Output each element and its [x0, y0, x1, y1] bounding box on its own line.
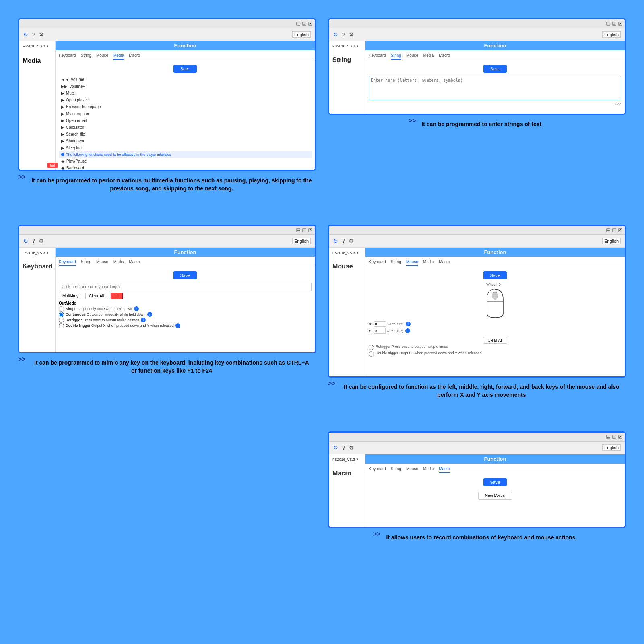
desc-macro: It allows users to record combinations o…: [382, 534, 581, 542]
tab-mouse-media[interactable]: Mouse: [96, 52, 108, 60]
tab-keyboard-media[interactable]: Keyboard: [59, 52, 76, 60]
help-icon-string[interactable]: ?: [342, 31, 345, 37]
maximize-btn-keyboard[interactable]: □: [302, 228, 306, 232]
tab-macro-mouse[interactable]: Macro: [439, 258, 450, 266]
refresh-icon-keyboard[interactable]: ↻: [23, 238, 28, 244]
tab-macro-string[interactable]: Macro: [439, 52, 450, 60]
minimize-btn-media[interactable]: —: [296, 22, 300, 26]
media-item-calculator[interactable]: ▶ Calculator: [59, 124, 312, 131]
tab-media-mouse[interactable]: Media: [423, 258, 434, 266]
close-btn-keyboard[interactable]: ✕: [308, 228, 312, 232]
keyboard-input[interactable]: [59, 283, 312, 291]
media-item-play-pause[interactable]: ◉ Play/Pause: [59, 158, 312, 165]
media-item-backward[interactable]: ◉ Backward: [59, 165, 312, 170]
tab-string-keyboard[interactable]: String: [81, 258, 91, 266]
close-btn-string[interactable]: ✕: [618, 22, 622, 26]
lang-select-macro[interactable]: English: [602, 444, 621, 451]
media-item-open-player[interactable]: ▶ Open player: [59, 97, 312, 103]
radio-retrigger-mouse[interactable]: [369, 345, 374, 350]
radio-double-trigger[interactable]: [59, 323, 64, 328]
media-item-shutdown[interactable]: ▶ Shutdown: [59, 138, 312, 144]
settings-icon-macro[interactable]: ⚙: [349, 445, 354, 451]
minimize-btn-mouse[interactable]: —: [606, 228, 610, 232]
tab-string-mouse[interactable]: String: [391, 258, 401, 266]
media-item-search-file[interactable]: ▶ Search file: [59, 131, 312, 138]
clear-all-button-keyboard[interactable]: Clear All: [85, 293, 107, 299]
settings-icon-string[interactable]: ⚙: [349, 31, 354, 37]
close-btn-media[interactable]: ✕: [308, 22, 312, 26]
media-item-mute[interactable]: ▶ Mute: [59, 90, 312, 97]
maximize-btn-media[interactable]: □: [302, 22, 306, 26]
settings-icon-media[interactable]: ⚙: [39, 31, 44, 37]
tab-mouse-mouse[interactable]: Mouse: [406, 258, 418, 266]
tab-media-string[interactable]: Media: [423, 52, 434, 60]
media-item-vol-up[interactable]: ▶▶ Volume+: [59, 83, 312, 90]
tab-media-macro[interactable]: Media: [423, 465, 434, 473]
multi-key-button[interactable]: Multi-key: [59, 293, 82, 299]
maximize-btn-string[interactable]: □: [612, 22, 616, 26]
save-button-mouse[interactable]: Save: [483, 271, 506, 279]
radio-double-trigger-mouse[interactable]: [369, 351, 374, 357]
media-item-vol-down[interactable]: ◄◄ Volume-: [59, 76, 312, 83]
settings-icon-mouse[interactable]: ⚙: [349, 238, 354, 244]
red-button-keyboard[interactable]: 🔴: [111, 293, 123, 299]
close-btn-macro[interactable]: ✕: [618, 435, 622, 439]
refresh-icon-mouse[interactable]: ↻: [333, 238, 338, 244]
device-chevron-macro[interactable]: ▼: [356, 458, 359, 461]
refresh-icon-string[interactable]: ↻: [333, 31, 338, 38]
save-button-macro[interactable]: Save: [483, 478, 506, 486]
device-chevron-keyboard[interactable]: ▼: [46, 251, 49, 255]
radio-single[interactable]: [59, 306, 64, 312]
tab-media-keyboard[interactable]: Media: [113, 258, 124, 266]
clear-all-button-mouse[interactable]: Clear All: [483, 337, 507, 344]
tab-macro-media[interactable]: Macro: [129, 52, 140, 60]
save-button-string[interactable]: Save: [483, 65, 506, 73]
minimize-btn-keyboard[interactable]: —: [296, 228, 300, 232]
tab-keyboard-macro[interactable]: Keyboard: [369, 465, 386, 473]
tab-mouse-macro[interactable]: Mouse: [406, 465, 418, 473]
tab-macro-keyboard[interactable]: Macro: [129, 258, 140, 266]
refresh-icon-macro[interactable]: ↻: [333, 444, 338, 451]
y-input[interactable]: [374, 328, 386, 334]
device-chevron-string[interactable]: ▼: [356, 45, 359, 48]
lang-select-string[interactable]: English: [602, 31, 621, 38]
lang-select-media[interactable]: English: [292, 31, 311, 38]
minimize-btn-macro[interactable]: —: [606, 435, 610, 439]
tab-keyboard-string[interactable]: Keyboard: [369, 52, 386, 60]
help-icon-mouse[interactable]: ?: [342, 238, 345, 244]
radio-retrigger[interactable]: [59, 318, 64, 323]
tab-string-string[interactable]: String: [391, 52, 401, 60]
panel-macro: — □ ✕ ↻ ? ⚙ English FS2016_VS.3 ▼ Macro: [328, 431, 626, 528]
x-input[interactable]: [374, 321, 386, 327]
device-chevron-mouse[interactable]: ▼: [356, 251, 359, 255]
help-icon-keyboard[interactable]: ?: [32, 238, 35, 244]
tab-mouse-keyboard[interactable]: Mouse: [96, 258, 108, 266]
new-macro-button[interactable]: New Macro: [478, 492, 512, 500]
help-icon-macro[interactable]: ?: [342, 445, 345, 451]
lang-select-mouse[interactable]: English: [602, 238, 621, 244]
device-chevron-media[interactable]: ▼: [46, 45, 49, 48]
maximize-btn-macro[interactable]: □: [612, 435, 616, 439]
media-item-open-email[interactable]: ▶ Open email: [59, 117, 312, 124]
save-button-media[interactable]: Save: [173, 65, 196, 73]
minimize-btn-string[interactable]: —: [606, 22, 610, 26]
tab-media-media[interactable]: Media: [113, 52, 124, 60]
help-icon-media[interactable]: ?: [32, 31, 35, 37]
settings-icon-keyboard[interactable]: ⚙: [39, 238, 44, 244]
media-item-my-computer[interactable]: ▶ My computer: [59, 110, 312, 117]
maximize-btn-mouse[interactable]: □: [612, 228, 616, 232]
tab-keyboard-mouse[interactable]: Keyboard: [369, 258, 386, 266]
tab-string-macro[interactable]: String: [391, 465, 401, 473]
lang-select-keyboard[interactable]: English: [292, 238, 311, 244]
tab-string-media[interactable]: String: [81, 52, 91, 60]
tab-macro-macro[interactable]: Macro: [439, 465, 450, 473]
radio-continuous[interactable]: [59, 312, 64, 317]
media-item-sleeping[interactable]: ▶ Sleeping: [59, 144, 312, 151]
tab-keyboard-keyboard[interactable]: Keyboard: [59, 258, 76, 266]
string-input[interactable]: [369, 76, 621, 100]
media-item-browser-home[interactable]: ▶ Browser homepage: [59, 103, 312, 110]
refresh-icon-media[interactable]: ↻: [23, 31, 28, 38]
save-button-keyboard[interactable]: Save: [173, 271, 196, 279]
tab-mouse-string[interactable]: Mouse: [406, 52, 418, 60]
close-btn-mouse[interactable]: ✕: [618, 228, 622, 232]
